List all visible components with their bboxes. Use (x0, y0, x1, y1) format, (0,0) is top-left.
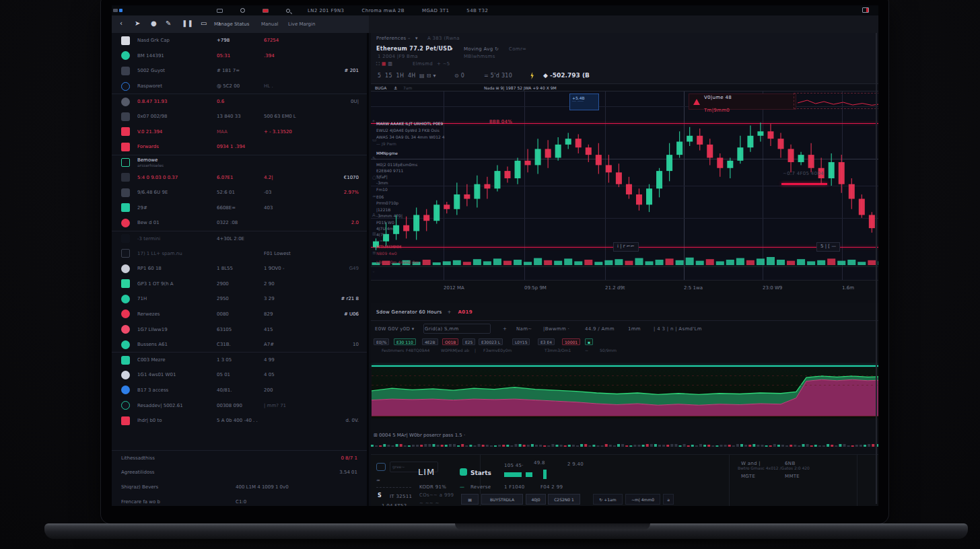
refresh-icon[interactable]: ↻ (495, 46, 499, 52)
footer-row[interactable]: Lithessadthiss 0 8/7 1 (112, 450, 367, 465)
filter-control[interactable]: |Bwwmm · (543, 326, 569, 332)
filter-chip[interactable]: O01B (442, 338, 458, 345)
panel-toggle-icon[interactable] (862, 7, 869, 13)
chart-tool-icon[interactable]: ≈ (372, 194, 376, 199)
watchlist-row[interactable]: 0x07 002/98 13 840 33 500 63 EM0 L (112, 109, 367, 124)
watchlist-row[interactable]: 0.8.47 31.93 0.6 0U| (112, 94, 367, 109)
add-icon[interactable]: + (447, 309, 451, 315)
watchlist-row[interactable]: Bew d 01 0322 :08 2.0 (112, 215, 367, 231)
toolbar-nav-icon[interactable]: ▭ (201, 20, 207, 27)
watchlist-row[interactable]: Forwards 0934 1 .394 (112, 139, 367, 155)
indicator-legend-line[interactable]: Prrm0710p (376, 200, 398, 205)
footer-row[interactable]: Agreeatilidoss 3.54 01 (112, 465, 367, 480)
preferences-label[interactable]: Preferences – (376, 36, 411, 41)
footer-row[interactable]: Shiqraz) Bevers 400 L1M 4 1009 1 0v0 (112, 480, 367, 495)
app-scrollbar[interactable] (876, 33, 877, 504)
indicator-legend-line[interactable]: E2EB40 9711 (376, 168, 403, 173)
indicator-legend-line[interactable]: -3mmm 470| (376, 213, 403, 218)
order-option[interactable]: ~m| 4mm0 (625, 494, 660, 505)
chart-tool-icon[interactable]: ✎ (372, 156, 376, 161)
chart-tool-icon[interactable]: ⊞ (372, 231, 376, 237)
chart-tool-icon[interactable]: ≡ (372, 250, 376, 256)
footer-row[interactable]: Frencare fa wo b C1:0 (112, 495, 367, 506)
filter-chip[interactable]: 4E2B (422, 338, 438, 345)
filter-control[interactable]: E0W G0V y0D ▾ (375, 326, 415, 332)
watchlist-row[interactable]: GP3 1 OT 9(h A 2900 2 90 (112, 277, 367, 292)
chevron-down-icon[interactable]: ▾ (415, 36, 418, 41)
indicator-legend-line[interactable]: Fm10 (376, 187, 388, 192)
indicator-legend-line[interactable]: |1221B (376, 207, 390, 212)
layout-icons[interactable]: ⛶ ▦ ▥ (376, 61, 392, 67)
circle-icon[interactable] (240, 8, 245, 13)
order-option[interactable]: a (663, 494, 674, 505)
indicator-legend-line[interactable]: ~= (376, 238, 383, 243)
chart-style-buttons[interactable]: ▤ ⊟ ▾ (419, 73, 436, 79)
filter-chip[interactable]: ▪ (585, 338, 593, 345)
indicator-legend-line[interactable]: MARW AAAKE ILJT URHIOTL P0E9 (376, 121, 443, 126)
watchlist-row[interactable]: 1G7 Lllww19 63105 415 (112, 322, 367, 337)
watchlist-row[interactable]: Resaddev| 5002.61 00308 090 | mm? 71 (112, 398, 367, 413)
timeframe-buttons[interactable]: 5 15 1H 4H (378, 73, 416, 79)
indicator-legend-line[interactable]: AWAS 34 0A9 0L 34 4mm W012 4 (376, 135, 445, 139)
candlestick-plot[interactable]: MARW AAAKE ILJT URHIOTL P0E9EWU2 4J0A4E … (371, 92, 878, 280)
watchlist-row[interactable]: -3 termini 4+30L 2:0E (112, 231, 367, 246)
app-logo-icon[interactable] (113, 9, 118, 12)
search-icon[interactable] (286, 9, 290, 13)
filter-chip[interactable]: E30023 L (479, 338, 503, 345)
watchlist-row[interactable]: 71H 2950 3 29 # r21 8 (112, 291, 367, 307)
watchlist-row[interactable]: Bemowearsserhiseles (112, 155, 367, 170)
order-button[interactable]: 40J0 (526, 494, 546, 505)
chart-tool-icon[interactable]: ▭ (372, 137, 377, 143)
filter-chip[interactable]: E0|% (374, 338, 389, 345)
filter-control[interactable]: Nam~ (516, 326, 532, 332)
filter-control[interactable]: | 4 3 | n | Asmd'Lm (654, 326, 702, 332)
chart-tool-icon[interactable]: ◦ (372, 269, 375, 274)
filter-control[interactable]: + (503, 326, 507, 332)
toolbar-nav-icon[interactable]: ✎ (166, 20, 171, 27)
filter-control[interactable]: 44.9 / Amm (585, 326, 615, 332)
order-button[interactable]: ▤ (461, 494, 479, 505)
compare-link[interactable]: Comr= (509, 46, 526, 52)
indicator-legend-line[interactable]: M0|2 011EpEsm0ms (376, 162, 417, 167)
indicator-legend-line[interactable]: E06 (376, 194, 384, 199)
watchlist-row[interactable]: 1G1 4ws01 W01 05 01 4 05 (112, 367, 367, 383)
order-option[interactable]: ↻ +1am (593, 494, 623, 505)
depth-chart[interactable] (372, 367, 878, 418)
watchlist-row[interactable]: Rerwezes 0080 829 # U06 (112, 307, 367, 322)
indicator-link[interactable]: Moving Avg (464, 46, 493, 52)
toolbar-nav-icon[interactable]: ● (151, 20, 157, 27)
indicator-legend-line[interactable]: EWU2 4J0A4E 0pWd 3 FKB Osis (376, 128, 440, 133)
watchlist-row[interactable]: Bussens A61 C31B. A7# 10 (112, 337, 367, 353)
watchlist-row[interactable]: Ihdr| b0 to 5 A 0b 400 -40 . . d. 0V. (112, 413, 367, 429)
toolbar-tab[interactable]: Live Margin (288, 22, 315, 27)
watchlist-row[interactable]: 9/6.48 6U 9E 52:6 01 -03 2.97% (112, 185, 367, 200)
filter-chip[interactable]: 10001 (562, 338, 580, 345)
indicator-legend-line[interactable]: — J9 Pwm (376, 141, 396, 146)
toolbar-nav-icon[interactable]: ➤ (135, 20, 140, 27)
filter-chip[interactable]: E3 E4 (538, 338, 555, 345)
chart-tool-icon[interactable]: ○ (372, 175, 376, 180)
watchlist-row[interactable]: V.0 21.394 MAA + - 3.13520 (112, 124, 367, 140)
mini-stats-panel[interactable]: +5.4B ‾‾ ‾‾‾ (569, 94, 599, 110)
indicator-legend-line[interactable]: P015 W0 (376, 220, 394, 225)
order-button[interactable]: BUYSTRDLA (481, 494, 523, 505)
indicator-legend-line[interactable]: L0mm 0m 4mm0 0m (376, 260, 419, 264)
indicator-legend-line[interactable]: NB09 4w0 (376, 251, 397, 256)
toolbar-nav-icon[interactable]: ‹ (120, 20, 123, 27)
watchlist-row[interactable]: Nasd Grk Cap +798 67254 (112, 33, 367, 48)
volume-alert-box[interactable]: V0|ume 48 Tm|9mm0 (689, 94, 796, 110)
watchlist-row[interactable]: 29# 6608E= 403 (112, 200, 367, 216)
zoom-control[interactable]: ⊙ 0 (454, 73, 464, 79)
time-axis[interactable]: 2012 MA09:5p 9M21.2 d9t2:5 1wa23:0 W91.6… (371, 280, 878, 296)
watchlist-row[interactable]: BM 144391 05:31 .394 (112, 48, 367, 64)
toolbar-tab[interactable]: Manual (261, 22, 278, 27)
indicator-legend-line[interactable]: -3mm (376, 180, 388, 185)
order-button[interactable]: C2S2N0 1 (548, 494, 580, 505)
watchlist-row[interactable]: 5002 Guyot # 181 7= # 201 (112, 63, 367, 79)
filter-control[interactable]: 1mm (628, 326, 641, 332)
asset-icon[interactable] (376, 463, 386, 471)
symbol-title[interactable]: Ethereum 77.2 Pet/USD (376, 46, 452, 52)
indicator-legend-line[interactable]: 4J7U 4m (376, 226, 393, 231)
header-row3-tail[interactable]: + ~5 (437, 61, 450, 67)
watchlist-row[interactable]: 17) 1 LL+ spam.nu F01 Lowest (112, 246, 367, 261)
